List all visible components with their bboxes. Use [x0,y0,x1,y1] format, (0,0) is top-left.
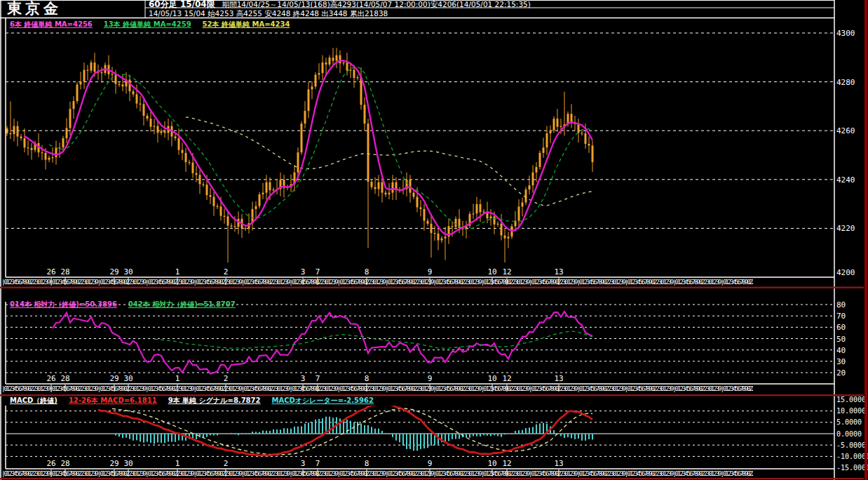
candle [420,207,422,208]
candle [150,119,152,126]
osc-bar [459,434,460,439]
candle [154,126,156,127]
date-tick-label: 7 [316,374,320,383]
osc-bar [392,434,393,437]
osc-bar [210,434,211,435]
candle [210,195,212,196]
date-tick-label: 28 [60,459,69,468]
candle [416,197,419,208]
time-axis-row-macd: |0123456789022301239|0123456789022301239… [1,469,753,478]
osc-bar [501,434,502,437]
candle [371,182,373,187]
date-tick-label: 1 [175,374,180,383]
candle [501,224,503,236]
candle [434,233,436,234]
macd-axis-label: -10.0000 [836,453,868,460]
candle [140,104,142,105]
macd-value-legend: 12-26本 MACD=6.1811 [69,396,157,405]
candle [497,224,499,225]
candle [185,153,187,162]
candle [539,153,541,167]
panel-separator [0,478,864,479]
osc-bar [402,434,404,446]
timeframe-label: 60分足 15/04限 [149,0,215,8]
osc-bar [518,430,520,434]
osc-bar [255,432,257,434]
osc-bar [143,434,144,443]
period-info: 期間14/04/25～14/05/13(168)高4293(14/05/07 1… [222,0,531,8]
candle [189,162,191,163]
candle [476,204,478,213]
osc-bar [553,430,555,434]
osc-bar [150,434,151,443]
candle [41,152,43,153]
rsi-axis-label: 40 [836,346,846,355]
ma52-legend: 52本 終値単純 MA=4234 [203,20,290,29]
candle [550,131,552,133]
candle [143,104,145,116]
candle [199,175,201,184]
osc-bar [473,434,474,436]
candle [66,128,68,138]
candle [48,158,50,160]
candle [147,116,149,119]
osc-bar [578,434,579,439]
osc-bar [238,434,239,435]
macd-axis-label: 0.0000 [836,430,862,438]
date-tick-label: 12 [502,267,511,276]
candle [339,55,341,63]
candle [543,147,545,153]
candle [118,84,121,85]
candle [90,62,93,70]
candle [409,180,412,192]
osc-bar [430,434,432,446]
candle [217,206,219,207]
macd-axis-label: 5.0000 [836,418,862,426]
rsi42-legend: 042本 相対力（終値)=51.8707 [128,300,236,309]
macd-legend-row: MACD（終値) 12-26本 MACD=6.1811 9本 単純 シグナル=8… [10,396,374,405]
osc-bar [262,430,264,434]
osc-bar [592,434,593,439]
candle [76,84,79,101]
candle [122,84,124,86]
candle [192,163,194,173]
time-axis-row-rsi: |0123456789022301239|0123456789022301239… [1,385,753,393]
candle [164,131,166,133]
osc-bar [308,422,309,434]
osc-bar [367,425,369,434]
candle [536,167,538,173]
osc-bar [452,434,453,439]
candle [87,70,89,71]
candle [52,157,54,158]
osc-bar [574,434,576,439]
candle [357,77,359,78]
time-axis-row-main: |0123456789022301239|0123456789022301239… [1,278,753,286]
rsi42-line [154,331,592,348]
candle [322,62,324,73]
osc-bar [294,427,295,434]
date-tick-label: 1 [175,267,180,276]
candle [364,105,366,124]
osc-bar [126,434,127,438]
candle [62,138,65,147]
candle [262,193,264,194]
osc-bar [487,434,488,436]
candle [59,147,61,148]
candle [17,126,19,137]
chart-canvas[interactable]: 4300428042604240422042008070605040302015… [0,0,868,480]
osc-bar [374,429,376,434]
rsi-axis-label: 60 [836,323,846,332]
price-axis-label: 4300 [836,29,855,38]
osc-bar [395,434,397,441]
candle [592,145,594,162]
osc-bar [378,429,379,434]
macd-title-legend: MACD（終値) [10,396,57,405]
osc-bar [175,434,176,442]
osc-bar [168,434,169,442]
date-tick-label: 9 [428,374,433,383]
date-tick-label: 26 [46,374,55,383]
osc-bar [567,434,569,437]
date-tick-label: 12 [502,374,511,383]
osc-bar [248,433,250,434]
candle [203,184,205,185]
